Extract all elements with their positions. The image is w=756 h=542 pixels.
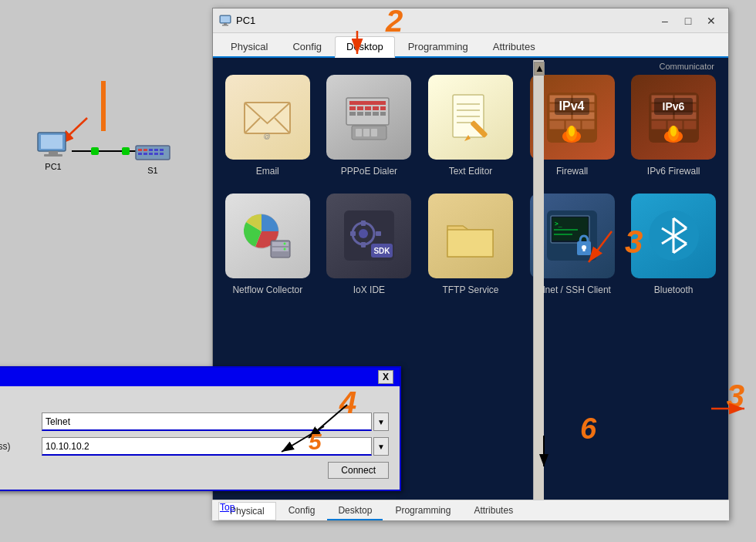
svg-rect-9 bbox=[149, 149, 153, 151]
svg-rect-29 bbox=[349, 106, 356, 110]
maximize-button[interactable]: □ bbox=[677, 12, 699, 29]
ipv6firewall-icon: IPv6 bbox=[645, 89, 703, 146]
title-bar: PC1 – □ ✕ bbox=[213, 8, 728, 33]
connect-button[interactable]: Connect bbox=[328, 462, 389, 479]
scrollbar[interactable]: ▲ ▼ bbox=[533, 60, 544, 520]
tftp-label: TFTP Service bbox=[442, 284, 498, 297]
host-label: Host Name or (IP address) bbox=[0, 441, 35, 452]
window-title: PC1 bbox=[236, 15, 654, 26]
svg-rect-28 bbox=[349, 101, 386, 105]
pc1-label: PC1 bbox=[45, 162, 61, 171]
bottom-tab-strip: Physical Config Desktop Programming Attr… bbox=[212, 500, 729, 520]
app-pppoe[interactable]: PPPoE Dialer bbox=[319, 66, 420, 184]
pppoe-icon bbox=[340, 89, 398, 146]
host-input[interactable] bbox=[42, 437, 372, 456]
svg-rect-108 bbox=[583, 247, 586, 251]
svg-rect-37 bbox=[373, 112, 379, 116]
svg-rect-76 bbox=[651, 120, 667, 130]
window-icon bbox=[219, 15, 231, 27]
app-ipv6firewall[interactable]: IPv6 IPv6 Firewall bbox=[623, 66, 724, 184]
host-dropdown[interactable]: ▼ bbox=[373, 437, 389, 456]
ioxide-icon-box: SDK bbox=[326, 194, 411, 278]
svg-rect-32 bbox=[373, 106, 379, 110]
connection-type-row: Connection Type ▼ bbox=[0, 412, 389, 431]
connection-type-dropdown[interactable]: ▼ bbox=[373, 412, 389, 431]
s1-node: S1 bbox=[135, 143, 170, 175]
app-netflow[interactable]: Netflow Collector bbox=[217, 184, 319, 303]
connection-type-input[interactable] bbox=[42, 412, 372, 431]
communicator-label: Communicator bbox=[659, 62, 714, 71]
tab-attributes[interactable]: Attributes bbox=[481, 36, 547, 56]
scrollbar-thumb-top[interactable]: ▲ bbox=[534, 62, 545, 76]
tftp-icon bbox=[441, 207, 499, 264]
net-dot1 bbox=[91, 147, 99, 155]
app-grid: @ Email bbox=[213, 58, 728, 310]
netflow-label: Netflow Collector bbox=[232, 284, 302, 297]
svg-rect-87 bbox=[272, 247, 289, 251]
svg-rect-15 bbox=[154, 153, 158, 155]
top-link[interactable]: Top bbox=[220, 502, 235, 513]
bottom-tab-programming[interactable]: Programming bbox=[384, 502, 461, 520]
svg-rect-13 bbox=[143, 153, 147, 155]
svg-rect-40 bbox=[356, 129, 362, 136]
ioxide-label: IoX IDE bbox=[353, 284, 385, 297]
ipv6firewall-label: IPv6 Firewall bbox=[647, 166, 700, 178]
bottom-tab-attributes[interactable]: Attributes bbox=[463, 502, 524, 520]
pc1-icon bbox=[35, 131, 72, 160]
svg-rect-96 bbox=[376, 231, 381, 236]
s1-icon bbox=[135, 143, 170, 164]
orange-line-annotation bbox=[101, 81, 106, 131]
svg-text:IPv6: IPv6 bbox=[662, 100, 684, 113]
bottom-tab-desktop[interactable]: Desktop bbox=[327, 502, 383, 520]
svg-point-66 bbox=[569, 126, 575, 136]
svg-rect-41 bbox=[363, 129, 370, 136]
tab-config[interactable]: Config bbox=[281, 36, 333, 56]
svg-rect-8 bbox=[143, 149, 147, 151]
firewall-label: Firewall bbox=[556, 166, 588, 178]
telnet-label: Telnet / SSH Client bbox=[533, 284, 611, 297]
svg-rect-35 bbox=[357, 112, 363, 116]
svg-text:IPv4: IPv4 bbox=[559, 99, 585, 113]
host-field: ▼ bbox=[42, 437, 389, 456]
svg-rect-93 bbox=[361, 221, 366, 226]
svg-rect-5 bbox=[44, 154, 62, 157]
netflow-icon-box bbox=[225, 194, 310, 278]
app-email[interactable]: @ Email bbox=[217, 66, 319, 184]
svg-point-83 bbox=[670, 126, 677, 136]
svg-rect-21 bbox=[224, 23, 227, 25]
svg-point-89 bbox=[284, 248, 286, 251]
tab-programming[interactable]: Programming bbox=[397, 36, 480, 56]
svg-rect-20 bbox=[221, 16, 230, 22]
app-tftp[interactable]: TFTP Service bbox=[420, 184, 521, 303]
texteditor-label: Text Editor bbox=[449, 166, 493, 178]
netflow-icon bbox=[238, 207, 296, 264]
app-texteditor[interactable]: Text Editor bbox=[420, 66, 521, 184]
tab-physical[interactable]: Physical bbox=[219, 36, 279, 56]
telnet-body: Session Options Connection Type ▼ Host N… bbox=[0, 386, 400, 490]
svg-rect-3 bbox=[41, 135, 62, 149]
bottom-tab-config[interactable]: Config bbox=[278, 502, 326, 520]
texteditor-icon bbox=[441, 89, 499, 146]
pc1-node: PC1 bbox=[35, 131, 72, 171]
bluetooth-icon-box bbox=[631, 194, 716, 278]
pppoe-icon-box bbox=[326, 75, 411, 160]
minimize-button[interactable]: – bbox=[654, 12, 676, 29]
telnet-close-button[interactable]: X bbox=[378, 370, 393, 384]
svg-rect-14 bbox=[149, 153, 153, 155]
svg-rect-4 bbox=[49, 151, 58, 154]
s1-label: S1 bbox=[147, 166, 157, 175]
svg-text:@: @ bbox=[264, 133, 271, 140]
close-button[interactable]: ✕ bbox=[700, 12, 722, 29]
email-icon-box: @ bbox=[225, 75, 310, 160]
firewall-icon: IPv4 bbox=[543, 89, 601, 146]
bluetooth-label: Bluetooth bbox=[654, 284, 694, 297]
tab-desktop[interactable]: Desktop bbox=[335, 36, 395, 58]
app-bluetooth[interactable]: Bluetooth bbox=[623, 184, 724, 303]
app-ioxide[interactable]: SDK IoX IDE bbox=[319, 184, 420, 303]
texteditor-icon-box bbox=[428, 75, 513, 160]
svg-text:SDK: SDK bbox=[373, 247, 390, 255]
svg-rect-34 bbox=[349, 112, 356, 116]
tftp-icon-box bbox=[428, 194, 513, 278]
host-row: Host Name or (IP address) ▼ bbox=[0, 437, 389, 456]
connection-type-field: ▼ bbox=[42, 412, 389, 431]
